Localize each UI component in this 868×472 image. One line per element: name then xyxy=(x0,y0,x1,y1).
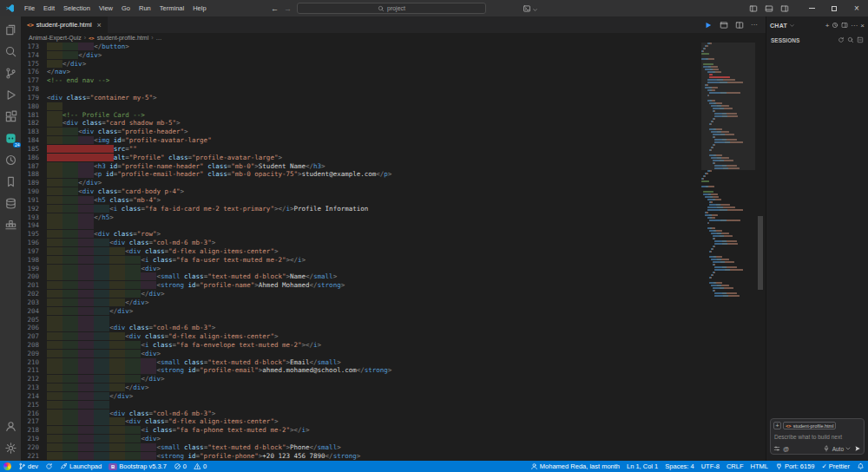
line-number[interactable]: 202 xyxy=(21,290,47,298)
line-number[interactable]: 217 xyxy=(21,417,47,426)
line-number[interactable]: 178 xyxy=(21,85,47,94)
status-bootstrap[interactable]: BBootstrap v5.3.7 xyxy=(105,461,170,472)
code-line[interactable]: 210 <small class="text-muted d-block">Em… xyxy=(21,358,701,367)
minimap[interactable] xyxy=(701,43,755,461)
line-number[interactable]: 220 xyxy=(21,443,47,452)
context-chip[interactable]: <> student-profile.html xyxy=(783,422,836,429)
code-line[interactable]: 202 </div> xyxy=(21,290,701,298)
line-number[interactable]: 210 xyxy=(21,358,47,367)
line-number[interactable]: 212 xyxy=(21,375,47,384)
status-indentation[interactable]: Spaces: 4 xyxy=(661,461,697,472)
breadcrumb-symbol[interactable]: … xyxy=(156,35,162,41)
status-sync[interactable] xyxy=(42,461,56,472)
line-number[interactable]: 192 xyxy=(21,205,47,213)
tools-icon[interactable] xyxy=(773,445,780,452)
line-number[interactable]: 214 xyxy=(21,392,47,401)
line-number[interactable]: 204 xyxy=(21,307,47,316)
breadcrumb-file[interactable]: student-profile.html xyxy=(97,35,149,41)
code-line[interactable]: 207 <div class="d-flex align-items-cente… xyxy=(21,332,701,341)
close-button[interactable]: × xyxy=(845,0,868,16)
code-area[interactable]: 173 </button>174 </div>175 </div>176</na… xyxy=(21,43,701,461)
activity-settings-icon[interactable] xyxy=(0,437,21,458)
menu-go[interactable]: Go xyxy=(117,0,135,16)
line-number[interactable]: 184 xyxy=(21,136,47,145)
line-number[interactable]: 207 xyxy=(21,332,47,341)
activity-search-icon[interactable] xyxy=(0,41,21,62)
line-number[interactable]: 211 xyxy=(21,366,47,375)
send-button[interactable] xyxy=(854,445,861,452)
status-encoding[interactable]: UTF-8 xyxy=(698,461,723,472)
collapse-sessions-icon[interactable] xyxy=(857,36,864,43)
mic-icon[interactable] xyxy=(823,445,830,452)
search-sessions-icon[interactable] xyxy=(847,36,854,43)
code-line[interactable]: 217 <div class="d-flex align-items-cente… xyxy=(21,417,701,426)
line-number[interactable]: 221 xyxy=(21,452,47,461)
menu-terminal[interactable]: Terminal xyxy=(155,0,188,16)
split-editor-icon[interactable] xyxy=(733,21,746,30)
code-line[interactable]: 196 <div class="col-md-6 mb-3"> xyxy=(21,239,701,247)
code-line[interactable]: 221 <strong id="profile-phone">+20 123 4… xyxy=(21,452,701,461)
code-line[interactable]: 179<div class="container my-5"> xyxy=(21,94,701,102)
line-number[interactable]: 183 xyxy=(21,128,47,136)
line-number[interactable]: 200 xyxy=(21,272,47,281)
editor[interactable]: 173 </button>174 </div>175 </div>176</na… xyxy=(21,43,766,461)
line-number[interactable]: 205 xyxy=(21,316,47,324)
breadcrumb-folder[interactable]: Animal-Expert-Quiz xyxy=(29,35,82,41)
code-line[interactable]: 220 <small class="text-muted d-block">Ph… xyxy=(21,443,701,452)
menu-view[interactable]: View xyxy=(95,0,117,16)
activity-bookmarks-icon[interactable] xyxy=(0,171,21,192)
line-number[interactable]: 190 xyxy=(21,187,47,196)
chat-more-icon[interactable]: ··· xyxy=(851,22,858,30)
code-line[interactable]: 182 <div class="card shadow mb-5"> xyxy=(21,119,701,128)
new-chat-icon[interactable]: + xyxy=(825,22,830,30)
back-icon[interactable]: ← xyxy=(271,4,279,13)
go-live-preview-icon[interactable] xyxy=(701,21,715,30)
code-line[interactable]: 184 <img id="profile-avatar-large" xyxy=(21,136,701,145)
code-line[interactable]: 199 <div> xyxy=(21,265,701,273)
line-number[interactable]: 197 xyxy=(21,247,47,256)
tab-close-icon[interactable]: × xyxy=(97,21,102,30)
line-number[interactable]: 176 xyxy=(21,68,47,76)
line-number[interactable]: 203 xyxy=(21,298,47,307)
line-number[interactable]: 193 xyxy=(21,213,47,222)
line-number[interactable]: 206 xyxy=(21,324,47,332)
code-line[interactable]: 216 <div class="col-md-6 mb-3"> xyxy=(21,410,701,418)
code-line[interactable]: 192 <i class="fa fa-id-card me-2 text-pr… xyxy=(21,205,701,213)
code-line[interactable]: 201 <strong id="profile-name">Ahmed Moha… xyxy=(21,281,701,290)
code-line[interactable]: 193 </h5> xyxy=(21,213,701,222)
line-number[interactable]: 189 xyxy=(21,179,47,187)
activity-accounts-icon[interactable] xyxy=(0,416,21,436)
line-number[interactable]: 219 xyxy=(21,435,47,443)
line-number[interactable]: 182 xyxy=(21,119,47,128)
code-line[interactable]: 194 xyxy=(21,221,701,230)
code-line[interactable]: 177<!-- end nav --> xyxy=(21,76,701,85)
line-number[interactable]: 174 xyxy=(21,51,47,60)
open-in-browser-icon[interactable] xyxy=(717,21,731,30)
code-line[interactable]: 191 <h5 class="mb-4"> xyxy=(21,196,701,205)
line-number[interactable]: 218 xyxy=(21,426,47,435)
minimize-button[interactable] xyxy=(800,0,823,16)
code-line[interactable]: 175 </div> xyxy=(21,60,701,69)
line-number[interactable]: 180 xyxy=(21,102,47,111)
menu-file[interactable]: File xyxy=(20,0,39,16)
status-warnings[interactable]: 0 xyxy=(190,461,210,472)
line-number[interactable]: 173 xyxy=(21,43,47,51)
code-line[interactable]: 195 <div class="row"> xyxy=(21,230,701,239)
code-line[interactable]: 214 </div> xyxy=(21,392,701,401)
line-number[interactable]: 177 xyxy=(21,76,47,85)
toggle-panel-icon[interactable] xyxy=(762,4,776,13)
status-launchpad[interactable]: Launchpad xyxy=(56,461,105,472)
activity-extensions-icon[interactable] xyxy=(0,106,21,127)
code-line[interactable]: 188 <p id="profile-email-header" class="… xyxy=(21,170,701,179)
line-number[interactable]: 199 xyxy=(21,265,47,273)
chat-mode-chevron-icon[interactable] xyxy=(789,23,795,29)
code-line[interactable]: 218 <i class="fa fa-phone text-muted me-… xyxy=(21,426,701,435)
tab-student-profile[interactable]: <> student-profile.html × xyxy=(21,16,108,33)
status-profile[interactable] xyxy=(0,461,15,472)
line-number[interactable]: 213 xyxy=(21,384,47,392)
line-number[interactable]: 179 xyxy=(21,94,47,102)
activity-source-control-icon[interactable] xyxy=(0,62,21,83)
code-line[interactable]: 219 <div> xyxy=(21,435,701,443)
chat-close-icon[interactable]: × xyxy=(860,22,865,30)
code-line[interactable]: 178 xyxy=(21,85,701,94)
